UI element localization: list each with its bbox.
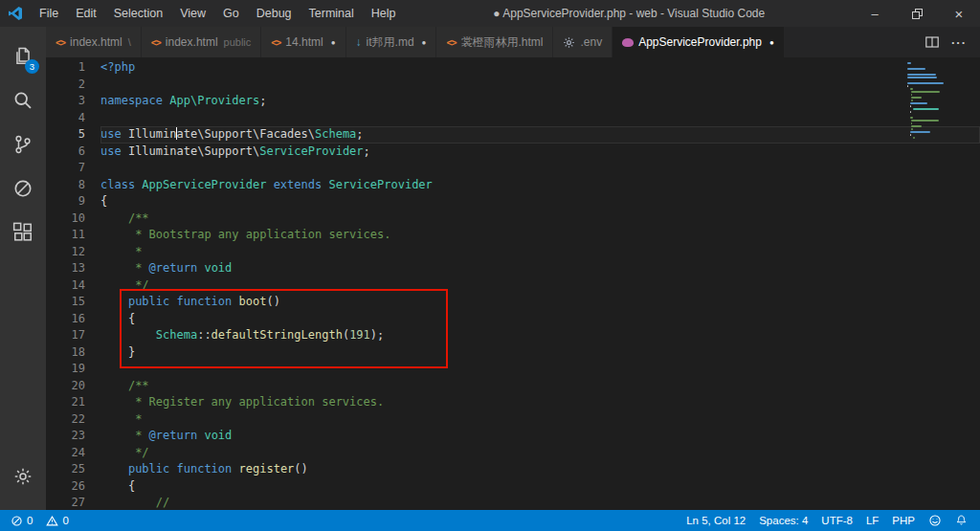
line-number[interactable]: 3 — [46, 93, 100, 110]
minimize-button[interactable]: – — [854, 0, 896, 27]
menu-debug[interactable]: Debug — [248, 0, 301, 27]
code-line[interactable]: Schema::defaultStringLength(191); — [100, 327, 980, 344]
status-eol[interactable]: LF — [859, 510, 885, 531]
line-number[interactable]: 14 — [46, 277, 100, 295]
code-line[interactable]: public function register() — [100, 461, 980, 478]
line-number[interactable]: 17 — [46, 327, 100, 344]
line-number[interactable]: 5 — [46, 126, 100, 144]
status-indentation[interactable]: Spaces: 4 — [752, 510, 814, 531]
code-area[interactable]: <?phpnamespace App\Providers;use Illumin… — [100, 57, 980, 510]
menu-edit[interactable]: Edit — [67, 0, 105, 27]
code-line[interactable]: use Illuminate\Support\Facades\Schema; — [100, 126, 980, 144]
status-errors[interactable]: 0 — [4, 510, 39, 531]
tab-.env[interactable]: .env — [553, 27, 612, 57]
code-line[interactable]: * @return void — [100, 260, 980, 277]
tab-裳橙雨林用.html[interactable]: <>裳橙雨林用.html — [436, 27, 553, 57]
minimap-line — [907, 97, 967, 99]
tab-14.html[interactable]: <>14.html● — [261, 27, 345, 57]
code-line[interactable]: * — [100, 411, 980, 429]
window-controls: –× — [854, 0, 980, 27]
minimap[interactable] — [907, 62, 967, 140]
line-number[interactable]: 23 — [46, 428, 100, 445]
code-line[interactable]: */ — [100, 277, 980, 295]
activity-badge: 3 — [25, 59, 39, 74]
code-line[interactable]: * — [100, 244, 980, 261]
line-number[interactable]: 18 — [46, 344, 100, 362]
line-number[interactable]: 13 — [46, 260, 100, 277]
line-number[interactable]: 20 — [46, 378, 100, 395]
code-line[interactable]: /** — [100, 210, 980, 228]
activity-extensions[interactable] — [0, 210, 46, 254]
code-line[interactable]: } — [100, 344, 980, 362]
code-line[interactable]: */ — [100, 445, 980, 462]
line-number[interactable]: 15 — [46, 294, 100, 311]
line-number[interactable]: 9 — [46, 193, 100, 210]
line-number[interactable]: 4 — [46, 110, 100, 127]
activity-debug[interactable] — [0, 166, 46, 210]
code-line[interactable]: { — [100, 193, 980, 210]
line-number[interactable]: 25 — [46, 461, 100, 478]
split-editor-button[interactable] — [921, 27, 944, 57]
line-number[interactable]: 2 — [46, 77, 100, 94]
menu-help[interactable]: Help — [363, 0, 405, 27]
menu-selection[interactable]: Selection — [105, 0, 171, 27]
line-number[interactable]: 16 — [46, 311, 100, 328]
activity-search[interactable] — [0, 78, 46, 122]
tab-it邦用.md[interactable]: ↓it邦用.md● — [346, 27, 437, 57]
tab-label: it邦用.md — [367, 34, 414, 51]
code-line[interactable]: use Illuminate\Support\ServiceProvider; — [100, 144, 980, 161]
activity-settings[interactable] — [0, 454, 46, 498]
close-button[interactable]: × — [938, 0, 980, 27]
status-encoding[interactable]: UTF-8 — [814, 510, 859, 531]
code-line[interactable]: * @return void — [100, 428, 980, 445]
code-line[interactable]: /** — [100, 378, 980, 395]
tab-index.html[interactable]: <>index.html\ — [46, 27, 142, 57]
line-number[interactable]: 26 — [46, 478, 100, 496]
status-notifications[interactable] — [948, 510, 974, 531]
status-warnings[interactable]: 0 — [39, 510, 75, 531]
gutter[interactable]: 1234567891011121314151617181920212223242… — [46, 57, 100, 510]
code-line[interactable] — [100, 160, 980, 177]
line-number[interactable]: 24 — [46, 445, 100, 462]
status-cursor-position[interactable]: Ln 5, Col 12 — [679, 510, 752, 531]
line-number[interactable]: 22 — [46, 411, 100, 429]
editor[interactable]: 1234567891011121314151617181920212223242… — [46, 57, 980, 510]
line-number[interactable]: 19 — [46, 361, 100, 378]
line-number[interactable]: 10 — [46, 210, 100, 228]
status-language-mode[interactable]: PHP — [885, 510, 922, 531]
minimap-line — [907, 65, 967, 67]
line-number[interactable]: 12 — [46, 244, 100, 261]
more-actions-button[interactable]: ··· — [947, 27, 970, 57]
code-line[interactable]: <?php — [100, 59, 980, 77]
code-line[interactable] — [100, 77, 980, 94]
tab-AppServiceProvider.php[interactable]: AppServiceProvider.php● — [612, 27, 785, 57]
line-number[interactable]: 27 — [46, 495, 100, 510]
code-line[interactable] — [100, 361, 980, 378]
code-line[interactable]: * Register any application services. — [100, 394, 980, 411]
status-feedback[interactable] — [922, 510, 948, 531]
code-line[interactable]: // — [100, 495, 980, 510]
activity-explorer[interactable]: 3 — [0, 34, 46, 78]
line-number[interactable]: 7 — [46, 160, 100, 177]
menu-go[interactable]: Go — [214, 0, 248, 27]
menu-file[interactable]: File — [31, 0, 67, 27]
minimap-line — [907, 85, 967, 87]
activity-source-control[interactable] — [0, 122, 46, 166]
code-line[interactable]: namespace App\Providers; — [100, 93, 980, 110]
code-line[interactable]: { — [100, 478, 980, 496]
line-number[interactable]: 6 — [46, 144, 100, 161]
activity-bar-top: 3 — [0, 34, 46, 254]
code-line[interactable]: public function boot() — [100, 294, 980, 311]
code-line[interactable]: class AppServiceProvider extends Service… — [100, 177, 980, 194]
menu-view[interactable]: View — [171, 0, 214, 27]
code-line[interactable]: { — [100, 311, 980, 328]
line-number[interactable]: 21 — [46, 394, 100, 411]
code-line[interactable] — [100, 110, 980, 127]
line-number[interactable]: 1 — [46, 59, 100, 77]
line-number[interactable]: 11 — [46, 227, 100, 244]
tab-index.html[interactable]: <>index.htmlpublic — [142, 27, 262, 57]
line-number[interactable]: 8 — [46, 177, 100, 194]
menu-terminal[interactable]: Terminal — [301, 0, 363, 27]
code-line[interactable]: * Bootstrap any application services. — [100, 227, 980, 244]
restore-button[interactable] — [896, 0, 938, 27]
